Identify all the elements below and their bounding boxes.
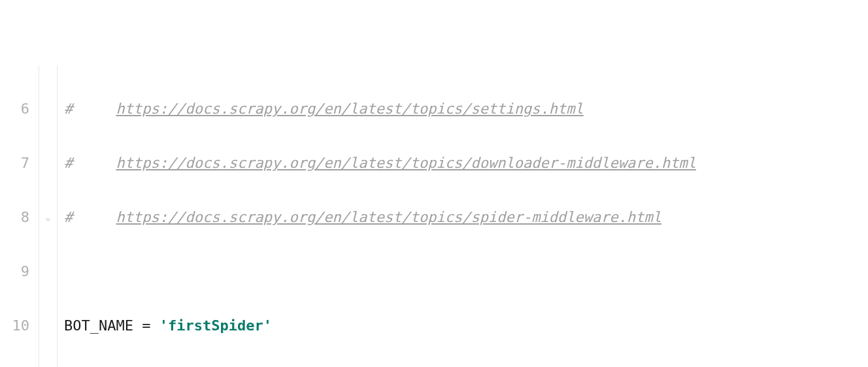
string-literal: 'firstSpider' [159, 317, 272, 334]
fold-cell [39, 261, 57, 282]
code-line-empty[interactable] [58, 261, 868, 282]
code-line[interactable]: # https://docs.scrapy.org/en/latest/topi… [58, 152, 868, 174]
assign-op: = [133, 317, 159, 334]
line-number-gutter: 6 7 8 9 10 11 12 13 14 15 16 17 18 19 20… [0, 65, 39, 367]
code-area[interactable]: # https://docs.scrapy.org/en/latest/topi… [58, 65, 868, 367]
fold-cell [39, 98, 57, 120]
comment-hash: # [64, 209, 116, 225]
line-number: 8 [0, 206, 29, 228]
line-number: 6 [0, 98, 29, 120]
fold-toggle-icon[interactable]: ⌄ [39, 206, 57, 228]
code-line[interactable]: BOT_NAME = 'firstSpider' [58, 315, 868, 336]
line-number: 10 [0, 315, 29, 336]
fold-gutter: ⌄ ⌄ ⌄ ⌄ ⌄ [39, 65, 58, 367]
fold-cell [39, 315, 57, 336]
line-number: 9 [0, 261, 29, 282]
comment-url-link[interactable]: https://docs.scrapy.org/en/latest/topics… [116, 101, 583, 117]
code-line[interactable]: # https://docs.scrapy.org/en/latest/topi… [58, 206, 868, 228]
code-line[interactable]: # https://docs.scrapy.org/en/latest/topi… [58, 98, 868, 120]
code-editor[interactable]: 6 7 8 9 10 11 12 13 14 15 16 17 18 19 20… [0, 65, 868, 367]
comment-hash: # [64, 155, 116, 171]
fold-cell [39, 152, 57, 174]
variable-bot-name: BOT_NAME [64, 317, 133, 334]
comment-url-link[interactable]: https://docs.scrapy.org/en/latest/topics… [116, 209, 661, 225]
line-number: 7 [0, 152, 29, 174]
comment-url-link[interactable]: https://docs.scrapy.org/en/latest/topics… [116, 155, 695, 171]
comment-hash: # [64, 101, 116, 117]
